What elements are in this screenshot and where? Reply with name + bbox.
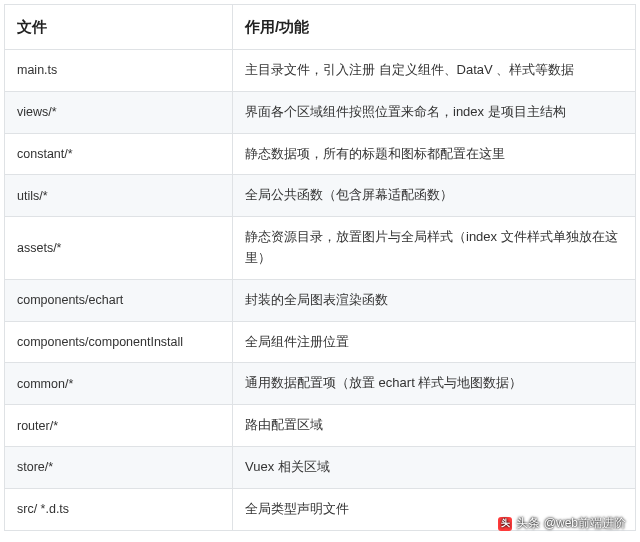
cell-desc: 封装的全局图表渲染函数 bbox=[233, 279, 636, 321]
table-row: components/componentInstall全局组件注册位置 bbox=[5, 321, 636, 363]
table-row: common/*通用数据配置项（放置 echart 样式与地图数据） bbox=[5, 363, 636, 405]
cell-file: router/* bbox=[5, 405, 233, 447]
table-row: components/echart封装的全局图表渲染函数 bbox=[5, 279, 636, 321]
cell-file: common/* bbox=[5, 363, 233, 405]
file-description-table: 文件 作用/功能 main.ts主目录文件，引入注册 自定义组件、DataV 、… bbox=[4, 4, 636, 531]
cell-desc: 通用数据配置项（放置 echart 样式与地图数据） bbox=[233, 363, 636, 405]
watermark-label: 头条 @web前端进阶 bbox=[516, 515, 626, 532]
table-row: views/*界面各个区域组件按照位置来命名，index 是项目主结构 bbox=[5, 91, 636, 133]
table-row: utils/*全局公共函数（包含屏幕适配函数） bbox=[5, 175, 636, 217]
cell-desc: 主目录文件，引入注册 自定义组件、DataV 、样式等数据 bbox=[233, 50, 636, 92]
cell-file: src/ *.d.ts bbox=[5, 488, 233, 530]
cell-file: constant/* bbox=[5, 133, 233, 175]
table-row: main.ts主目录文件，引入注册 自定义组件、DataV 、样式等数据 bbox=[5, 50, 636, 92]
table-row: constant/*静态数据项，所有的标题和图标都配置在这里 bbox=[5, 133, 636, 175]
cell-desc: 界面各个区域组件按照位置来命名，index 是项目主结构 bbox=[233, 91, 636, 133]
cell-desc: 全局组件注册位置 bbox=[233, 321, 636, 363]
cell-file: utils/* bbox=[5, 175, 233, 217]
cell-file: store/* bbox=[5, 446, 233, 488]
cell-desc: 静态资源目录，放置图片与全局样式（index 文件样式单独放在这里） bbox=[233, 217, 636, 280]
header-desc: 作用/功能 bbox=[233, 5, 636, 50]
cell-desc: 全局公共函数（包含屏幕适配函数） bbox=[233, 175, 636, 217]
cell-file: components/echart bbox=[5, 279, 233, 321]
cell-desc: 静态数据项，所有的标题和图标都配置在这里 bbox=[233, 133, 636, 175]
table-header-row: 文件 作用/功能 bbox=[5, 5, 636, 50]
cell-file: assets/* bbox=[5, 217, 233, 280]
header-file: 文件 bbox=[5, 5, 233, 50]
cell-file: views/* bbox=[5, 91, 233, 133]
cell-desc: 路由配置区域 bbox=[233, 405, 636, 447]
cell-file: main.ts bbox=[5, 50, 233, 92]
table-row: store/*Vuex 相关区域 bbox=[5, 446, 636, 488]
table-row: assets/*静态资源目录，放置图片与全局样式（index 文件样式单独放在这… bbox=[5, 217, 636, 280]
cell-file: components/componentInstall bbox=[5, 321, 233, 363]
table-row: router/*路由配置区域 bbox=[5, 405, 636, 447]
toutiao-icon: 头 bbox=[498, 517, 512, 531]
cell-desc: Vuex 相关区域 bbox=[233, 446, 636, 488]
watermark: 头 头条 @web前端进阶 bbox=[498, 515, 626, 532]
